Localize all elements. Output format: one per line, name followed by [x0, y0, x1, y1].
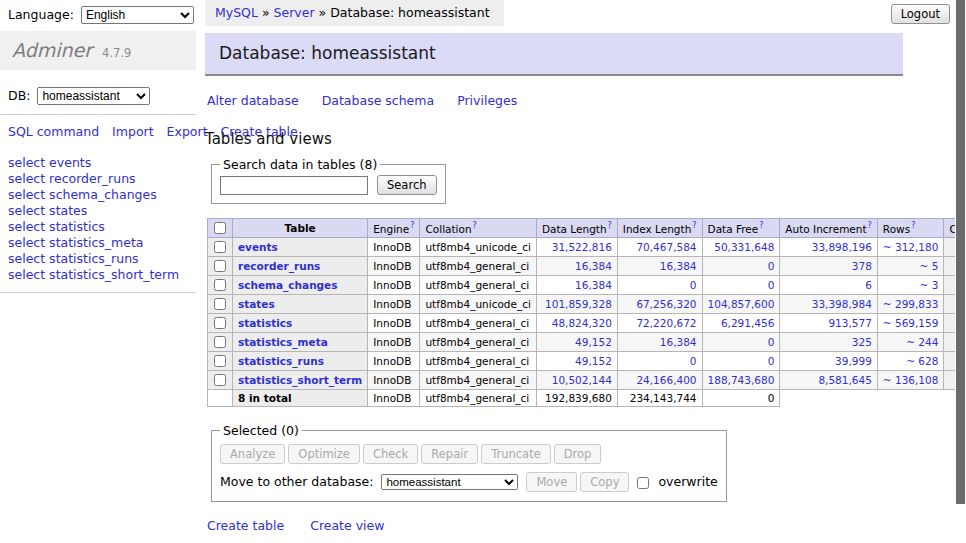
scrollbar-track[interactable] [955, 0, 966, 543]
rows-count-link[interactable]: ~ 312,180 [883, 241, 939, 253]
db-action-alter-database[interactable]: Alter database [207, 93, 299, 108]
row-checkbox-events[interactable] [214, 241, 226, 253]
index-length-link[interactable]: 16,384 [623, 260, 697, 272]
row-checkbox-schema_changes[interactable] [214, 279, 226, 291]
help-link-auto-increment[interactable]: ? [868, 221, 872, 230]
table-link-schema_changes[interactable]: schema_changes [238, 279, 338, 291]
rows-count-link[interactable]: ~ 136,108 [883, 374, 939, 386]
auto-increment-link[interactable]: 6 [785, 279, 872, 291]
sidebar-action-import[interactable]: Import [112, 124, 154, 139]
sidebar-link-select-statistics-meta[interactable]: select statistics_meta [8, 235, 196, 251]
sidebar-action-sql-command[interactable]: SQL command [8, 124, 99, 139]
data-free-link[interactable]: 0 [708, 279, 775, 291]
auto-increment-link[interactable]: 378 [785, 260, 872, 272]
table-link-statistics[interactable]: statistics [238, 317, 292, 329]
rows-count-link[interactable]: ~ 3 [883, 279, 939, 291]
column-header-rows: Rows? [877, 219, 944, 238]
table-link-statistics_meta[interactable]: statistics_meta [238, 336, 328, 348]
rows-count-link[interactable]: ~ 244 [883, 336, 939, 348]
breadcrumb-mysql-link[interactable]: MySQL [215, 5, 258, 20]
row-checkbox-states[interactable] [214, 298, 226, 310]
help-link-data-length[interactable]: ? [608, 221, 612, 230]
db-action-privileges[interactable]: Privileges [457, 93, 517, 108]
sidebar-action-export[interactable]: Export [167, 124, 208, 139]
index-length-link[interactable]: 0 [623, 355, 697, 367]
help-link-engine[interactable]: ? [410, 221, 414, 230]
data-free-link[interactable]: 0 [708, 260, 775, 272]
table-link-states[interactable]: states [238, 298, 275, 310]
data-length-link[interactable]: 16,384 [542, 279, 612, 291]
data-free-link[interactable]: 50,331,648 [708, 241, 775, 253]
db-action-database-schema[interactable]: Database schema [322, 93, 434, 108]
index-length-link[interactable]: 70,467,584 [623, 241, 697, 253]
move-db-select[interactable]: homeassistant [381, 474, 518, 490]
engine-cell: InnoDB [368, 352, 420, 371]
data-length-link[interactable]: 48,824,320 [542, 317, 612, 329]
sidebar-link-select-recorder-runs[interactable]: select recorder_runs [8, 171, 196, 187]
index-length-link[interactable]: 72,220,672 [623, 317, 697, 329]
rows-count-link[interactable]: ~ 299,833 [883, 298, 939, 310]
rows-count-link[interactable]: ~ 569,159 [883, 317, 939, 329]
logout-button[interactable]: Logout [891, 4, 950, 24]
index-length-link[interactable]: 67,256,320 [623, 298, 697, 310]
rows-count-link[interactable]: ~ 628 [883, 355, 939, 367]
auto-increment-link[interactable]: 33,898,196 [785, 241, 872, 253]
data-length-link[interactable]: 10,502,144 [542, 374, 612, 386]
table-link-events[interactable]: events [238, 241, 278, 253]
data-length-link[interactable]: 49,152 [542, 355, 612, 367]
link-create-view[interactable]: Create view [310, 518, 384, 533]
search-input[interactable] [220, 176, 368, 195]
data-free-link[interactable]: 188,743,680 [708, 374, 775, 386]
auto-increment-link[interactable]: 325 [785, 336, 872, 348]
table-link-recorder_runs[interactable]: recorder_runs [238, 260, 320, 272]
rows-count-link[interactable]: ~ 5 [883, 260, 939, 272]
index-length-link[interactable]: 16,384 [623, 336, 697, 348]
link-create-table[interactable]: Create table [207, 518, 284, 533]
tables-table: TableEngine?Collation?Data Length?Index … [207, 218, 966, 407]
breadcrumb-server-link[interactable]: Server [274, 5, 315, 20]
data-free-link[interactable]: 0 [708, 336, 775, 348]
row-checkbox-statistics[interactable] [214, 317, 226, 329]
help-link-rows[interactable]: ? [911, 221, 915, 230]
data-free-link[interactable]: 104,857,600 [708, 298, 775, 310]
help-link-index-length[interactable]: ? [692, 221, 696, 230]
index-length-cell: 16,384 [617, 257, 702, 276]
row-checkbox-recorder_runs[interactable] [214, 260, 226, 272]
row-checkbox-cell [208, 238, 233, 257]
sidebar-link-select-statistics[interactable]: select statistics [8, 219, 196, 235]
engine-cell: InnoDB [368, 333, 420, 352]
search-button[interactable]: Search [377, 175, 437, 195]
data-length-link[interactable]: 31,522,816 [542, 241, 612, 253]
table-link-statistics_runs[interactable]: statistics_runs [238, 355, 324, 367]
sidebar-link-select-schema-changes[interactable]: select schema_changes [8, 187, 196, 203]
index-length-link[interactable]: 0 [623, 279, 697, 291]
language-select[interactable]: English [81, 6, 194, 24]
auto-increment-link[interactable]: 39,999 [785, 355, 872, 367]
db-select[interactable]: homeassistant [37, 87, 150, 105]
table-row-schema_changes: schema_changesInnoDButf8mb4_general_ci16… [208, 276, 966, 295]
help-link-collation[interactable]: ? [473, 221, 477, 230]
auto-increment-link[interactable]: 913,577 [785, 317, 872, 329]
row-checkbox-statistics_runs[interactable] [214, 355, 226, 367]
sidebar-link-select-states[interactable]: select states [8, 203, 196, 219]
table-link-statistics_short_term[interactable]: statistics_short_term [238, 374, 362, 386]
auto-increment-link[interactable]: 8,581,645 [785, 374, 872, 386]
scrollbar-thumb[interactable] [956, 0, 965, 504]
row-checkbox-statistics_meta[interactable] [214, 336, 226, 348]
data-free-cell: 0 [702, 352, 780, 371]
data-free-link[interactable]: 0 [708, 355, 775, 367]
row-checkbox-statistics_short_term[interactable] [214, 374, 226, 386]
overwrite-checkbox[interactable] [637, 477, 649, 489]
sidebar-link-select-events[interactable]: select events [8, 155, 196, 171]
breadcrumb-current: Database: homeassistant [330, 5, 489, 20]
sidebar-link-select-statistics-short-term[interactable]: select statistics_short_term [8, 267, 196, 283]
data-free-link[interactable]: 6,291,456 [708, 317, 775, 329]
help-link-data-free[interactable]: ? [759, 221, 763, 230]
index-length-link[interactable]: 24,166,400 [623, 374, 697, 386]
select-all-checkbox[interactable] [214, 222, 226, 234]
data-length-link[interactable]: 16,384 [542, 260, 612, 272]
sidebar-link-select-statistics-runs[interactable]: select statistics_runs [8, 251, 196, 267]
data-length-link[interactable]: 101,859,328 [542, 298, 612, 310]
data-length-link[interactable]: 49,152 [542, 336, 612, 348]
auto-increment-link[interactable]: 33,398,984 [785, 298, 872, 310]
